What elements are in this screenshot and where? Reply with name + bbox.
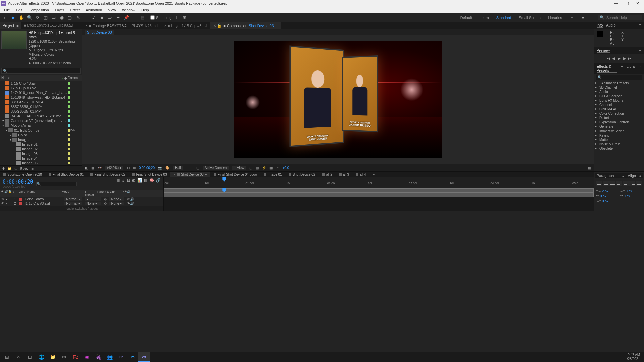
timeline-search-input[interactable]: [36, 182, 77, 186]
cortana-button[interactable]: ○: [13, 352, 24, 362]
comp-icon[interactable]: ▭: [14, 167, 17, 170]
search-help-input[interactable]: [606, 16, 640, 20]
next-frame-button[interactable]: |▶: [623, 56, 626, 61]
project-search-input[interactable]: [1, 68, 81, 74]
snapping-checkbox[interactable]: [150, 15, 155, 20]
project-item[interactable]: Image 02: [0, 147, 82, 151]
project-item[interactable]: 1513649_slowHeat_HD_BG.mp4: [0, 95, 82, 100]
draft3d-icon[interactable]: ▤: [144, 178, 147, 189]
project-item[interactable]: Image 04: [0, 156, 82, 161]
tab-audio[interactable]: Audio: [606, 23, 615, 28]
menu-edit[interactable]: Edit: [13, 7, 25, 13]
timeline-toggle[interactable]: Toggle Switches / Modes: [0, 206, 163, 211]
menu-layer[interactable]: Layer: [52, 7, 67, 13]
track-bar-2[interactable]: [164, 193, 594, 197]
graph-icon[interactable]: 📊: [137, 178, 142, 189]
project-item[interactable]: ▸Color: [0, 133, 82, 137]
prev-frame-button[interactable]: ◀|: [612, 56, 616, 61]
zoom-tool[interactable]: 🔍: [26, 14, 33, 21]
timeline-tracks[interactable]: :00f10f01:00f10f02:00f10f03:00f10f04:00f…: [164, 177, 594, 211]
timeline-tab[interactable]: all 4: [352, 172, 369, 177]
eraser-tool[interactable]: ▱: [107, 14, 113, 21]
indent-control[interactable]: ≡→ 2 px: [596, 189, 618, 193]
tab-effect-controls[interactable]: ■ Effect Controls 1-15 Clip #3.avi: [21, 22, 76, 29]
draft-icon[interactable]: ▤: [256, 166, 259, 170]
project-item[interactable]: Image 01: [0, 142, 82, 147]
effect-category[interactable]: Boris FX Mocha: [594, 98, 644, 103]
menu-composition[interactable]: Composition: [26, 7, 52, 13]
align-right-button[interactable]: [609, 181, 615, 186]
effect-category[interactable]: Obsolete: [594, 146, 644, 151]
pan-behind-tool[interactable]: ◉: [58, 14, 65, 21]
indent-control[interactable]: →≡ 0 px: [596, 199, 618, 203]
tab-libraries[interactable]: Librar: [627, 64, 636, 73]
timeline-tab[interactable]: Sportszone Open 2020: [0, 172, 45, 177]
project-item[interactable]: BASKETBALL PLAYS 1-28.md: [0, 114, 82, 118]
menu-animation[interactable]: Animation: [83, 7, 105, 13]
region-icon[interactable]: ▢: [196, 166, 199, 170]
comp-mini-icon[interactable]: ▦: [116, 178, 120, 189]
effect-category[interactable]: Distort: [594, 116, 644, 120]
pen-tool[interactable]: ✎: [75, 14, 81, 21]
taskbar-chrome[interactable]: 🌐: [36, 352, 47, 362]
timeline-tab[interactable]: Final Shot Device 04 Logo: [210, 172, 260, 177]
tab-paragraph[interactable]: Paragraph: [597, 174, 614, 178]
menu-help[interactable]: Help: [139, 7, 152, 13]
folder-icon[interactable]: 📁: [8, 167, 12, 170]
snap-option2-icon[interactable]: ⊞: [181, 14, 188, 21]
effect-category[interactable]: Keying: [594, 133, 644, 138]
timeline-layer[interactable]: 👁 ▸2[1-15 Clip #3.avi]Normal ▾None ▾⊚Non…: [0, 201, 163, 206]
effect-category[interactable]: Color Correction: [594, 111, 644, 116]
viewer-tab[interactable]: ×■Footage BASKETBALL PLAYS 1-28.md: [82, 22, 161, 29]
system-clock[interactable]: 9:47 AM 1/28/2021: [625, 353, 643, 361]
motion-blur-icon[interactable]: ◐: [132, 178, 135, 189]
rect-tool[interactable]: ▢: [66, 14, 73, 21]
last-frame-button[interactable]: ⏭: [628, 56, 632, 61]
clone-tool[interactable]: ◆: [99, 14, 105, 21]
project-item[interactable]: 1-15 Clip #3.avi: [0, 81, 82, 86]
maximize-button[interactable]: ▢: [625, 1, 629, 6]
effects-search-input[interactable]: [596, 75, 642, 80]
align-left-button[interactable]: [596, 181, 602, 186]
brain-icon[interactable]: 🧠: [149, 178, 154, 189]
res-icon[interactable]: ⊡: [127, 166, 130, 170]
menu-file[interactable]: File: [1, 7, 13, 13]
justify-last-left-button[interactable]: [616, 181, 622, 186]
project-item[interactable]: ▾Carbon ..e V2 (converted) red version.a…: [0, 118, 82, 123]
effect-category[interactable]: Immersive Video: [594, 129, 644, 133]
taskbar-aftereffects[interactable]: Ae: [138, 352, 150, 362]
roto-tool[interactable]: ✦: [115, 14, 121, 21]
bpc-button[interactable]: 8 bpc: [20, 167, 28, 170]
fill-swatch[interactable]: ▦: [139, 14, 146, 21]
project-item[interactable]: 1-15 Clip #3.avi: [0, 86, 82, 90]
timeline-tabs-overflow[interactable]: »: [369, 172, 378, 177]
align-center-button[interactable]: [603, 181, 609, 186]
effect-category[interactable]: Channel: [594, 103, 644, 107]
justify-last-right-button[interactable]: [629, 181, 635, 186]
workspace-menu-icon[interactable]: ≡: [580, 14, 586, 21]
resolution-select[interactable]: Half: [173, 166, 183, 170]
tab-project[interactable]: Project ≡: [0, 22, 21, 29]
timeline-tab[interactable]: Shot Device 02: [285, 172, 319, 177]
justify-last-center-button[interactable]: [623, 181, 629, 186]
taskbar-filezilla[interactable]: Fz: [70, 352, 81, 362]
timeline-layer[interactable]: 👁 ▸1Color ControlNormal ▾ ▾⊚None ▾👁🔊: [0, 197, 163, 201]
indent-control[interactable]: ≡* 0 px: [620, 194, 642, 198]
exposure-value[interactable]: +0.0: [282, 166, 289, 170]
camera-tool[interactable]: ▭: [50, 14, 57, 21]
grid-icon[interactable]: ⊞: [133, 166, 136, 170]
brush-tool[interactable]: 🖌: [91, 14, 97, 21]
play-button[interactable]: ▶: [618, 56, 621, 61]
timeline-timecode[interactable]: 0;00;00;20: [3, 179, 33, 185]
workspace-standard[interactable]: Standard: [495, 16, 513, 20]
viewer-tab[interactable]: ×■Layer 1-15 Clip #3.avi: [161, 22, 211, 29]
orbit-tool[interactable]: ⟳: [34, 14, 41, 21]
camera-select[interactable]: Active Camera: [203, 166, 229, 170]
effect-category[interactable]: Expression Controls: [594, 120, 644, 124]
fast-icon[interactable]: ⚡: [262, 166, 266, 170]
project-item[interactable]: 885G6538_01.MP4: [0, 104, 82, 109]
timeline-tab[interactable]: all 2: [318, 172, 335, 177]
timeline-tab[interactable]: all 3: [336, 172, 352, 177]
project-item[interactable]: 1474916_courtPlan_Canvas_Landscape.jpg: [0, 90, 82, 95]
shy-icon[interactable]: ⤓: [122, 178, 125, 189]
